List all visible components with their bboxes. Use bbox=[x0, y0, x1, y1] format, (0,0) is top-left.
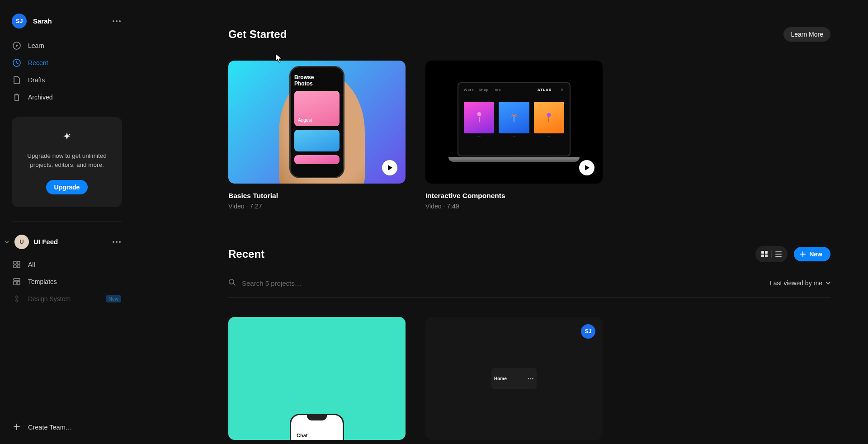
team-nav-design-system[interactable]: Design System New bbox=[6, 291, 127, 307]
nav-label: Archived bbox=[28, 94, 52, 101]
get-started-header: Get Started Learn More bbox=[228, 27, 830, 42]
get-started-title: Get Started bbox=[228, 28, 287, 41]
grid-icon bbox=[13, 260, 21, 269]
view-switch bbox=[755, 246, 788, 262]
nav-recent[interactable]: Recent bbox=[6, 55, 127, 71]
grid-icon bbox=[761, 251, 768, 257]
video-thumbnail: Browse Photos bbox=[228, 61, 406, 184]
create-team-button[interactable]: Create Team… bbox=[0, 411, 134, 444]
video-thumbnail: Work Shop Info ATLAS ✕ — — — bbox=[425, 61, 603, 184]
search-input[interactable] bbox=[242, 279, 770, 287]
primary-nav: Learn Recent Drafts Archived bbox=[0, 38, 134, 105]
team-name: UI Feed bbox=[33, 238, 106, 246]
nav-label: All bbox=[28, 261, 35, 268]
chevron-down-icon bbox=[826, 281, 830, 285]
team-avatar: U bbox=[14, 235, 29, 249]
ellipsis-icon bbox=[113, 20, 121, 22]
sort-label: Last viewed by me bbox=[770, 279, 822, 287]
video-title: Interactive Components bbox=[425, 192, 603, 200]
project-card[interactable]: SJ Home ••• bbox=[425, 317, 603, 440]
new-button[interactable]: New bbox=[794, 247, 830, 261]
list-icon bbox=[775, 251, 782, 257]
caret-down-icon[interactable] bbox=[4, 238, 10, 246]
file-icon bbox=[13, 76, 21, 84]
screen-brand: ATLAS bbox=[538, 88, 552, 92]
svg-point-5 bbox=[69, 134, 71, 135]
svg-rect-14 bbox=[14, 281, 16, 285]
main: Get Started Learn More Browse Photos bbox=[134, 0, 868, 444]
svg-point-1 bbox=[116, 20, 118, 22]
svg-rect-10 bbox=[17, 261, 20, 264]
svg-point-7 bbox=[116, 241, 118, 243]
thumb-label: Chat bbox=[297, 433, 307, 438]
phone-mockup: Browse Photos bbox=[289, 66, 344, 178]
svg-rect-19 bbox=[765, 251, 768, 254]
ellipsis-icon: ••• bbox=[528, 376, 534, 381]
team-nav-templates[interactable]: Templates bbox=[6, 274, 127, 290]
project-row: Chat SJ Home ••• bbox=[228, 317, 830, 440]
svg-rect-12 bbox=[17, 265, 20, 268]
svg-rect-15 bbox=[17, 281, 20, 285]
video-card-components[interactable]: Work Shop Info ATLAS ✕ — — — bbox=[425, 61, 603, 210]
nav-label: Templates bbox=[28, 278, 57, 285]
video-title: Basics Tutorial bbox=[228, 192, 406, 200]
project-card[interactable]: Chat bbox=[228, 317, 406, 440]
video-card-basics[interactable]: Browse Photos Basics Tutorial Video · 7:… bbox=[228, 61, 406, 210]
svg-rect-13 bbox=[14, 279, 20, 280]
nav-drafts[interactable]: Drafts bbox=[6, 72, 127, 88]
team-header[interactable]: U UI Feed bbox=[0, 222, 134, 252]
component-icon bbox=[13, 295, 21, 303]
play-icon bbox=[382, 160, 397, 175]
trash-icon bbox=[13, 93, 21, 101]
phone-screen-title: Browse Photos bbox=[294, 75, 340, 87]
thumb-label: Home bbox=[494, 376, 507, 381]
svg-rect-21 bbox=[765, 255, 768, 257]
phone-mockup: Chat bbox=[290, 414, 344, 440]
ellipsis-icon bbox=[113, 241, 121, 243]
screen-nav-item: Work bbox=[464, 88, 474, 92]
window-mockup: Home ••• bbox=[491, 368, 537, 389]
sort-dropdown[interactable]: Last viewed by me bbox=[770, 279, 830, 287]
view-grid-button[interactable] bbox=[758, 248, 771, 260]
profile-row[interactable]: SJ Sarah bbox=[0, 8, 134, 34]
project-thumbnail: SJ Home ••• bbox=[425, 317, 603, 440]
recent-header: Recent New bbox=[228, 246, 830, 262]
project-thumbnail: Chat bbox=[228, 317, 406, 440]
template-icon bbox=[13, 278, 21, 286]
team-nav-all[interactable]: All bbox=[6, 256, 127, 273]
svg-rect-24 bbox=[775, 256, 782, 257]
photo-tile bbox=[294, 91, 340, 126]
close-icon: ✕ bbox=[561, 88, 564, 92]
view-list-button[interactable] bbox=[772, 248, 785, 260]
laptop-mockup: Work Shop Info ATLAS ✕ — — — bbox=[451, 82, 577, 162]
svg-point-0 bbox=[113, 20, 114, 22]
clock-icon bbox=[13, 59, 21, 67]
team-more-button[interactable] bbox=[110, 236, 123, 248]
new-badge: New bbox=[106, 295, 121, 302]
plus-icon bbox=[800, 251, 806, 257]
play-icon bbox=[579, 160, 594, 175]
nav-label: Learn bbox=[28, 42, 44, 49]
search-icon bbox=[228, 279, 236, 288]
play-icon bbox=[13, 42, 21, 50]
profile-more-button[interactable] bbox=[110, 15, 123, 28]
screen-nav-item: Info bbox=[493, 88, 501, 92]
nav-label: Drafts bbox=[28, 76, 45, 84]
svg-point-6 bbox=[113, 241, 114, 243]
video-meta: Video · 7:27 bbox=[228, 203, 406, 210]
upgrade-button[interactable]: Upgrade bbox=[46, 180, 88, 194]
nav-archived[interactable]: Archived bbox=[6, 89, 127, 105]
svg-rect-11 bbox=[14, 265, 16, 268]
svg-point-16 bbox=[477, 112, 481, 116]
svg-point-17 bbox=[547, 113, 551, 117]
svg-rect-22 bbox=[775, 251, 782, 252]
screen-nav-item: Shop bbox=[479, 88, 489, 92]
svg-rect-23 bbox=[775, 254, 782, 255]
nav-learn[interactable]: Learn bbox=[6, 38, 127, 54]
video-row: Browse Photos Basics Tutorial Video · 7:… bbox=[228, 61, 830, 210]
collaborator-avatar: SJ bbox=[581, 324, 595, 339]
nav-label: Recent bbox=[28, 59, 48, 66]
nav-label: Design System bbox=[28, 295, 71, 302]
video-meta: Video · 7:49 bbox=[425, 203, 603, 210]
learn-more-button[interactable]: Learn More bbox=[783, 27, 830, 42]
